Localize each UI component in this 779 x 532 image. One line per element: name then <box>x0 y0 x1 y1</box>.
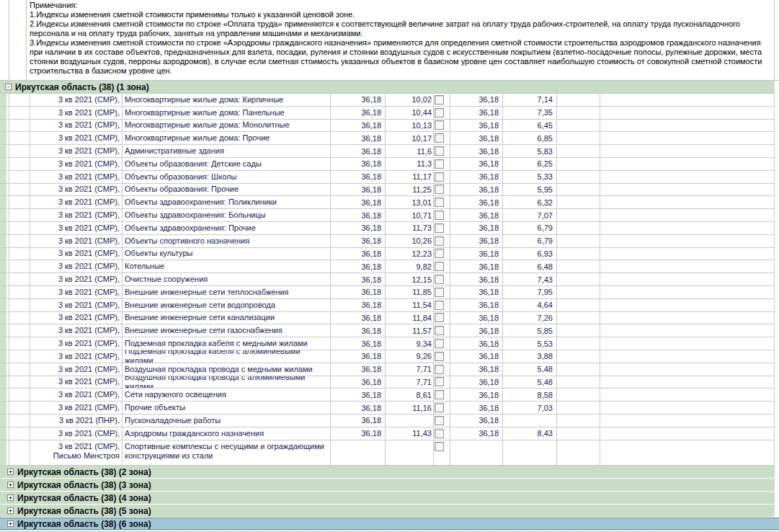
row-checkbox[interactable] <box>435 198 444 207</box>
row-value-2: 12,23 <box>386 248 434 260</box>
table-row[interactable]: 3 кв 2021 (СМР),Воздушная прокладка пров… <box>0 363 775 376</box>
row-value-2: 11,16 <box>386 402 434 414</box>
row-checkbox-cell <box>434 145 450 157</box>
table-row[interactable]: 3 кв 2021 (СМР),Объекты образования: Дет… <box>0 158 775 171</box>
table-row[interactable]: 3 кв 2021 (СМР),Подземная прокладка кабе… <box>0 350 775 363</box>
row-checkbox[interactable] <box>435 416 444 425</box>
table-row[interactable]: 3 кв 2021 (СМР),Объекты здравоохранения:… <box>0 222 775 235</box>
table-row[interactable]: 3 кв 2021 (СМР),Объекты здравоохранения:… <box>0 209 775 222</box>
row-indent-cell <box>9 145 30 157</box>
table-row[interactable]: 3 кв 2021 (СМР),Внешние инженерные сети … <box>0 324 775 337</box>
row-checkbox[interactable] <box>435 172 444 182</box>
row-empty-cell <box>557 132 600 144</box>
row-value-3: 36,18 <box>450 222 503 234</box>
row-indent-cell <box>9 209 30 221</box>
row-period: 3 кв 2021 (ПНР), <box>30 414 123 427</box>
expand-icon[interactable]: + <box>7 469 14 475</box>
row-value-4: 8,58 <box>503 389 557 401</box>
row-checkbox[interactable] <box>435 210 444 220</box>
row-checkbox[interactable] <box>435 429 444 438</box>
table-row[interactable]: 3 кв 2021 (СМР),Объекты здравоохранения:… <box>0 196 775 209</box>
row-value-3: 36,18 <box>450 171 503 183</box>
row-value-1: 36,18 <box>331 350 386 363</box>
row-gutter <box>0 273 6 285</box>
table-row[interactable]: 3 кв 2021 (СМР),Многоквартирные жилые до… <box>0 132 775 145</box>
notes-text-cell: Примечания: 1.Индексы изменения сметной … <box>27 0 775 80</box>
group-header-zone-1[interactable]: - Иркутская область (38) (1 зона) <box>0 81 775 94</box>
table-row[interactable]: 3 кв 2021 (СМР),Внешние инженерные сети … <box>0 312 775 325</box>
row-checkbox[interactable] <box>435 185 444 194</box>
table-row[interactable]: 3 кв 2021 (СМР),Объекты спортивного назн… <box>0 235 775 248</box>
table-row[interactable]: 3 кв 2021 (СМР),Многоквартирные жилые до… <box>0 107 775 120</box>
table-row[interactable]: 3 кв 2021 (СМР),Объекты образования: Про… <box>0 184 775 197</box>
row-checkbox[interactable] <box>435 403 444 412</box>
row-checkbox[interactable] <box>435 352 444 361</box>
table-row[interactable]: 3 кв 2021 (СМР),Прочие объекты36,1811,16… <box>0 402 775 414</box>
row-checkbox[interactable] <box>435 120 444 130</box>
group-header-label: Иркутская область (38) (3 зона) <box>17 480 151 490</box>
row-empty-cell <box>600 184 775 196</box>
row-empty-cell <box>600 209 775 221</box>
row-checkbox[interactable] <box>435 275 444 284</box>
row-checkbox[interactable] <box>435 339 444 348</box>
row-indent-cell <box>9 248 30 260</box>
table-row[interactable]: 3 кв 2021 (СМР),Аэродромы гражданского н… <box>0 427 775 440</box>
table-row[interactable]: 3 кв 2021 (СМР),Объекты культуры36,1812,… <box>0 248 775 261</box>
row-empty-cell <box>557 363 600 376</box>
row-checkbox[interactable] <box>435 146 444 156</box>
table-row[interactable]: 3 кв 2021 (ПНР),Пусконаладочные работы36… <box>0 414 775 427</box>
row-checkbox[interactable] <box>435 288 444 297</box>
table-row[interactable]: 3 кв 2021 (СМР),Сети наружного освещения… <box>0 389 775 402</box>
row-gutter <box>0 402 6 414</box>
row-checkbox[interactable] <box>435 262 444 271</box>
table-row[interactable]: 3 кв 2021 (СМР),Внешние инженерные сети … <box>0 299 775 312</box>
table-row[interactable]: 3 кв 2021 (СМР), Письмо МинстрояСпортивн… <box>0 440 775 466</box>
row-checkbox[interactable] <box>435 326 444 335</box>
row-checkbox[interactable] <box>435 390 444 399</box>
expand-icon[interactable]: + <box>7 507 14 514</box>
row-checkbox[interactable] <box>435 108 444 118</box>
row-checkbox[interactable] <box>435 377 444 386</box>
row-checkbox[interactable] <box>435 223 444 233</box>
group-header-zone-4[interactable]: +Иркутская область (38) (4 зона) <box>0 492 775 504</box>
table-row[interactable]: 3 кв 2021 (СМР),Внешние инженерные сети … <box>0 286 775 299</box>
table-row[interactable]: 3 кв 2021 (СМР),Очистные сооружения36,18… <box>0 273 775 286</box>
group-header-zone-2[interactable]: +Иркутская область (38) (2 зона) <box>0 466 775 478</box>
row-empty-cell <box>557 299 600 311</box>
table-row[interactable]: 3 кв 2021 (СМР),Котельные36,189,8236,186… <box>0 260 775 273</box>
row-indent-cell <box>9 171 30 183</box>
row-checkbox[interactable] <box>435 365 444 374</box>
expand-icon[interactable]: + <box>7 520 14 527</box>
table-row[interactable]: 3 кв 2021 (СМР),Объекты образования: Шко… <box>0 171 775 184</box>
row-checkbox[interactable] <box>435 159 444 169</box>
row-checkbox[interactable] <box>435 313 444 322</box>
table-row[interactable]: 3 кв 2021 (СМР),Воздушная прокладка пров… <box>0 376 775 389</box>
row-value-3: 36,18 <box>450 350 503 363</box>
row-gutter <box>0 286 6 298</box>
group-header-zone-6-selected[interactable]: +Иркутская область (38) (6 зона) <box>0 518 779 530</box>
row-empty-cell <box>557 120 600 132</box>
table-row[interactable]: 3 кв 2021 (СМР),Подземная прокладка кабе… <box>0 337 775 350</box>
row-checkbox[interactable] <box>435 236 444 246</box>
row-description: Аэродромы гражданского назначения <box>123 427 331 440</box>
row-empty-cell <box>600 94 775 106</box>
row-checkbox[interactable] <box>435 133 444 143</box>
expand-icon[interactable]: + <box>7 482 14 488</box>
table-row[interactable]: 3 кв 2021 (СМР),Многоквартирные жилые до… <box>0 120 775 133</box>
group-header-zone-5[interactable]: +Иркутская область (38) (5 зона) <box>0 505 775 517</box>
row-value-3: 36,18 <box>450 324 503 337</box>
row-checkbox[interactable] <box>435 301 444 310</box>
group-header-zone-3[interactable]: +Иркутская область (38) (3 зона) <box>0 479 775 491</box>
table-row[interactable]: 3 кв 2021 (СМР),Многоквартирные жилые до… <box>0 94 775 107</box>
row-checkbox[interactable] <box>435 249 444 258</box>
row-checkbox[interactable] <box>435 442 444 451</box>
row-checkbox-cell <box>434 107 450 119</box>
row-empty-cell <box>600 389 775 401</box>
row-empty-cell <box>600 120 775 132</box>
row-gutter <box>0 196 6 208</box>
expand-icon[interactable]: + <box>7 495 14 501</box>
row-checkbox[interactable] <box>435 95 444 105</box>
collapse-icon[interactable]: - <box>5 84 12 90</box>
row-checkbox-cell <box>434 235 450 247</box>
table-row[interactable]: 3 кв 2021 (СМР),Административные здания3… <box>0 145 775 158</box>
